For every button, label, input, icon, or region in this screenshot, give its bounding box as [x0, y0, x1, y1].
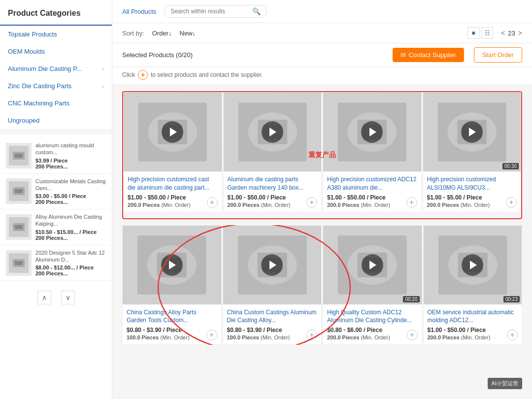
- video-duration: 00:23: [503, 296, 520, 302]
- product-card: ♡ 00:23 OEM service industrial automatic…: [423, 225, 523, 345]
- add-product-button[interactable]: +: [506, 197, 517, 208]
- sidebar-product-moq: 200 Pieces...: [35, 164, 106, 169]
- svg-rect-8: [15, 225, 23, 229]
- add-product-button[interactable]: +: [206, 330, 217, 340]
- play-button[interactable]: [261, 254, 283, 276]
- sidebar-product-name: Customizable Metals Casting Oem...: [35, 178, 106, 192]
- svg-rect-2: [15, 154, 23, 158]
- favorite-icon[interactable]: ♡: [410, 97, 417, 106]
- add-product-button[interactable]: +: [207, 197, 218, 208]
- row1-grid: ♡ High precision customized cast die alu…: [123, 92, 521, 212]
- page-next-button[interactable]: >: [518, 29, 522, 37]
- grid-view-icon[interactable]: ■: [467, 27, 479, 39]
- moq-value: 200.0 Pieces: [128, 202, 160, 208]
- row2-wrapper: ♡ China Castings Alloy Parts Garden Tool…: [122, 225, 522, 345]
- sidebar-product-item[interactable]: Customizable Metals Casting Oem... $3.00…: [0, 174, 112, 210]
- sidebar-category-item[interactable]: Ungrouped: [0, 112, 112, 129]
- favorite-icon[interactable]: ♡: [211, 97, 218, 106]
- product-card: ♡ High precision customized cast die alu…: [123, 92, 222, 212]
- moq-value: 100.0 Pieces: [127, 334, 159, 340]
- product-title[interactable]: High precision customized ALSI10MG ALSI9…: [427, 175, 517, 192]
- product-title[interactable]: China Castings Alloy Parts Garden Tools …: [127, 308, 217, 325]
- search-icon: 🔍: [252, 7, 261, 15]
- sidebar-product-item[interactable]: 2020 Designer 5 Star Adc 12 Aluminum D..…: [0, 245, 112, 281]
- product-price: $1.00 - $50.00 / Piece: [228, 194, 318, 201]
- sidebar-product-name: 2020 Designer 5 Star Adc 12 Aluminum D..…: [35, 249, 106, 264]
- list-view-icon[interactable]: ☷: [481, 27, 493, 39]
- product-info: High Quality Custom ADC12 Aluminum Die C…: [323, 304, 422, 345]
- sidebar-category-label: OEM Moulds: [8, 48, 45, 55]
- product-moq: 200.0 Pieces (Min. Order): [427, 202, 517, 208]
- sidebar-category-item[interactable]: CNC Machining Parts: [0, 95, 112, 112]
- product-price: $1.00 - $50.00 / Piece: [128, 194, 218, 201]
- search-input[interactable]: [170, 8, 249, 15]
- add-product-button[interactable]: +: [407, 330, 418, 340]
- contact-supplier-button[interactable]: ✉ Contact Supplier: [393, 48, 464, 62]
- product-info: China Custom Castings Aluminum Die Casti…: [223, 304, 322, 345]
- favorite-icon[interactable]: ♡: [310, 230, 317, 239]
- chevron-right-icon: ›: [102, 66, 104, 72]
- sidebar-category-item[interactable]: Topsale Products: [0, 26, 112, 43]
- product-card: ♡ 00:30 High precision customized ALSI10…: [423, 92, 522, 212]
- all-products-link[interactable]: All Products: [122, 8, 156, 15]
- play-button[interactable]: [362, 254, 383, 276]
- play-button[interactable]: [461, 121, 483, 143]
- sidebar-product-price: $10.50 - $15.00... / Piece: [35, 229, 106, 235]
- play-button[interactable]: [262, 121, 283, 143]
- sidebar-category-item[interactable]: OEM Moulds: [0, 43, 112, 60]
- row1-highlighted: ♡ High precision customized cast die alu…: [122, 91, 522, 219]
- selectionbar: Selected Products (0/20) ✉ Contact Suppl…: [112, 43, 532, 67]
- sidebar-product-thumbnail: [6, 143, 32, 168]
- video-duration: 00:30: [502, 163, 519, 169]
- sidebar-category-item[interactable]: Zinc Die Casting Parts›: [0, 77, 112, 95]
- favorite-icon[interactable]: ♡: [210, 230, 217, 239]
- add-product-button[interactable]: +: [306, 197, 317, 208]
- moq-value: 100.0 Pieces: [227, 334, 259, 340]
- sort-label: Sort by:: [122, 30, 144, 37]
- favorite-icon[interactable]: ♡: [511, 230, 518, 239]
- product-image-area: [224, 93, 322, 171]
- view-icons: ■ ☷: [467, 27, 493, 39]
- sidebar-prev-button[interactable]: ∧: [37, 291, 51, 304]
- favorite-icon[interactable]: ♡: [310, 97, 317, 106]
- sidebar-next-button[interactable]: ∨: [61, 291, 75, 304]
- play-button[interactable]: [161, 254, 183, 276]
- play-button[interactable]: [361, 121, 383, 143]
- add-product-button[interactable]: +: [406, 197, 417, 208]
- product-title[interactable]: China Custom Castings Aluminum Die Casti…: [227, 308, 318, 325]
- play-button[interactable]: [162, 121, 183, 143]
- start-order-button[interactable]: Start Order: [474, 47, 522, 63]
- product-title[interactable]: High precision customized ADC12 A380 alu…: [327, 175, 417, 192]
- sidebar-product-info: Customizable Metals Casting Oem... $3.00…: [35, 178, 106, 205]
- svg-rect-11: [15, 261, 23, 265]
- sidebar-product-moq: 200 Pieces...: [35, 235, 106, 241]
- sidebar-category-item[interactable]: Aluminum Die Casting P...›: [0, 60, 112, 77]
- sidebar-product-thumbnail: [6, 250, 32, 276]
- row2-grid: ♡ China Castings Alloy Parts Garden Tool…: [122, 225, 522, 345]
- favorite-icon[interactable]: ♡: [510, 97, 517, 106]
- product-moq: 200.0 Pieces (Min. Order): [327, 202, 417, 208]
- product-title[interactable]: OEM service industrial automatic molding…: [428, 308, 518, 325]
- product-title[interactable]: Aluminum die casting parts Garden machin…: [228, 175, 318, 192]
- play-button[interactable]: [462, 254, 483, 276]
- product-card: ♡ Aluminum die casting parts Garden mach…: [223, 92, 322, 212]
- sort-order-button[interactable]: Order↓: [152, 30, 172, 37]
- product-image-area: [123, 226, 221, 304]
- sidebar-product-price: $3.00 - $5.00 / Piece: [35, 193, 106, 199]
- sidebar-product-item[interactable]: aluminum casting mould custom... $3.99 /…: [0, 138, 112, 174]
- sidebar-product-moq: 200 Pieces...: [35, 270, 106, 276]
- sort-new-button[interactable]: New↓: [180, 30, 196, 37]
- product-moq: 200.0 Pieces (Min. Order): [128, 202, 218, 208]
- sidebar-product-name: Alloy Aluminum Die Casting Kaiping...: [35, 213, 106, 228]
- video-duration: 00:20: [403, 296, 419, 302]
- sidebar-product-name: aluminum casting mould custom...: [35, 142, 106, 156]
- sidebar-product-item[interactable]: Alloy Aluminum Die Casting Kaiping... $1…: [0, 209, 112, 245]
- page-prev-button[interactable]: <: [501, 29, 505, 37]
- product-title[interactable]: High precision customized cast die alumi…: [128, 175, 218, 192]
- product-title[interactable]: High Quality Custom ADC12 Aluminum Die C…: [327, 308, 418, 325]
- favorite-icon[interactable]: ♡: [411, 230, 418, 239]
- moq-value: 200.0 Pieces: [327, 202, 359, 208]
- sidebar-products: aluminum casting mould custom... $3.99 /…: [0, 134, 112, 285]
- sidebar-category-label: Zinc Die Casting Parts: [8, 82, 71, 90]
- sidebar: Product Categories Topsale ProductsOEM M…: [0, 0, 112, 399]
